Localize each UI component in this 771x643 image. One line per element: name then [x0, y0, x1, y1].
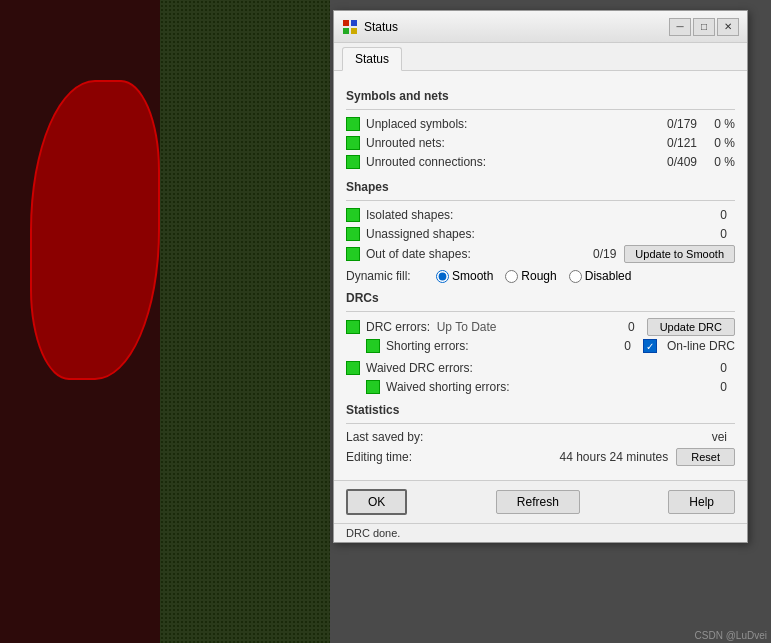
waived-shorting-value: 0 — [677, 380, 727, 394]
refresh-button[interactable]: Refresh — [496, 490, 580, 514]
waived-drc-label: Waived DRC errors: — [366, 361, 677, 375]
isolated-shapes-label: Isolated shapes: — [366, 208, 677, 222]
unassigned-shapes-row: Unassigned shapes: 0 — [346, 226, 735, 242]
drc-errors-row: DRC errors: Up To Date 0 Update DRC — [346, 318, 735, 336]
unrouted-connections-row: Unrouted connections: 0/409 0 % — [346, 154, 735, 170]
unrouted-nets-value: 0/121 — [647, 136, 697, 150]
isolated-shapes-value: 0 — [677, 208, 727, 222]
last-saved-label: Last saved by: — [346, 430, 466, 444]
shorting-errors-label: Shorting errors: — [386, 339, 581, 353]
dynamic-fill-label: Dynamic fill: — [346, 269, 436, 283]
last-saved-value: vei — [466, 430, 727, 444]
last-saved-row: Last saved by: vei — [346, 430, 735, 444]
maximize-button[interactable]: □ — [693, 18, 715, 36]
svg-rect-2 — [343, 28, 349, 34]
out-of-date-value: 0/19 — [576, 247, 616, 261]
drc-errors-indicator — [346, 320, 360, 334]
unrouted-connections-percent: 0 % — [705, 155, 735, 169]
footer: OK Refresh Help — [334, 480, 747, 523]
unrouted-connections-label: Unrouted connections: — [366, 155, 647, 169]
svg-rect-0 — [343, 20, 349, 26]
editing-time-label: Editing time: — [346, 450, 466, 464]
canvas-green — [160, 0, 330, 643]
shorting-errors-row: Shorting errors: 0 ✓ On-line DRC — [366, 339, 735, 353]
app-icon — [342, 19, 358, 35]
radio-disabled[interactable]: Disabled — [569, 269, 632, 283]
radio-disabled-label: Disabled — [585, 269, 632, 283]
out-of-date-label: Out of date shapes: — [366, 247, 576, 261]
tab-bar: Status — [334, 43, 747, 71]
out-of-date-indicator — [346, 247, 360, 261]
unplaced-symbols-label: Unplaced symbols: — [366, 117, 647, 131]
dynamic-fill-row: Dynamic fill: Smooth Rough Disabled — [346, 269, 735, 283]
title-bar: Status ─ □ ✕ — [334, 11, 747, 43]
update-to-smooth-button[interactable]: Update to Smooth — [624, 245, 735, 263]
tab-status[interactable]: Status — [342, 47, 402, 71]
ok-button[interactable]: OK — [346, 489, 407, 515]
divider-3 — [346, 311, 735, 312]
waived-drc-row: Waived DRC errors: 0 — [346, 360, 735, 376]
online-drc-checkbox-group: ✓ On-line DRC — [643, 339, 735, 353]
waived-drc-value: 0 — [677, 361, 727, 375]
online-drc-label: On-line DRC — [667, 339, 735, 353]
window-title: Status — [364, 20, 669, 34]
status-dialog: Status ─ □ ✕ Status Symbols and nets Unp… — [333, 10, 748, 543]
unrouted-nets-indicator — [346, 136, 360, 150]
drc-errors-label: DRC errors: Up To Date — [366, 320, 605, 334]
shorting-errors-indicator — [366, 339, 380, 353]
radio-smooth-label: Smooth — [452, 269, 493, 283]
svg-rect-1 — [351, 20, 357, 26]
drcs-title: DRCs — [346, 291, 735, 305]
divider-1 — [346, 109, 735, 110]
waived-shorting-label: Waived shorting errors: — [386, 380, 677, 394]
isolated-shapes-row: Isolated shapes: 0 — [346, 207, 735, 223]
radio-smooth-input[interactable] — [436, 270, 449, 283]
status-bar: DRC done. — [334, 523, 747, 542]
content-area: Symbols and nets Unplaced symbols: 0/179… — [334, 71, 747, 480]
unassigned-shapes-value: 0 — [677, 227, 727, 241]
status-bar-text: DRC done. — [346, 527, 400, 539]
unrouted-connections-value: 0/409 — [647, 155, 697, 169]
radio-disabled-input[interactable] — [569, 270, 582, 283]
reset-button[interactable]: Reset — [676, 448, 735, 466]
dynamic-fill-options: Smooth Rough Disabled — [436, 269, 631, 283]
out-of-date-row: Out of date shapes: 0/19 Update to Smoot… — [346, 245, 735, 263]
minimize-button[interactable]: ─ — [669, 18, 691, 36]
svg-rect-3 — [351, 28, 357, 34]
help-button[interactable]: Help — [668, 490, 735, 514]
shorting-errors-value: 0 — [581, 339, 631, 353]
waived-drc-indicator — [346, 361, 360, 375]
unrouted-nets-percent: 0 % — [705, 136, 735, 150]
drc-errors-value: 0 — [605, 320, 635, 334]
shapes-title: Shapes — [346, 180, 735, 194]
unplaced-symbols-value: 0/179 — [647, 117, 697, 131]
window-controls: ─ □ ✕ — [669, 18, 739, 36]
editing-time-row: Editing time: 44 hours 24 minutes Reset — [346, 448, 735, 466]
unplaced-symbols-indicator — [346, 117, 360, 131]
close-button[interactable]: ✕ — [717, 18, 739, 36]
editing-time-value: 44 hours 24 minutes — [466, 450, 668, 464]
symbols-nets-title: Symbols and nets — [346, 89, 735, 103]
watermark: CSDN @LuDvei — [695, 630, 767, 641]
radio-rough[interactable]: Rough — [505, 269, 556, 283]
unplaced-symbols-row: Unplaced symbols: 0/179 0 % — [346, 116, 735, 132]
isolated-shapes-indicator — [346, 208, 360, 222]
divider-4 — [346, 423, 735, 424]
unplaced-symbols-percent: 0 % — [705, 117, 735, 131]
unassigned-shapes-label: Unassigned shapes: — [366, 227, 677, 241]
radio-rough-label: Rough — [521, 269, 556, 283]
waived-shorting-indicator — [366, 380, 380, 394]
radio-smooth[interactable]: Smooth — [436, 269, 493, 283]
unrouted-nets-row: Unrouted nets: 0/121 0 % — [346, 135, 735, 151]
waived-shorting-row: Waived shorting errors: 0 — [366, 379, 735, 395]
divider-2 — [346, 200, 735, 201]
online-drc-checkbox[interactable]: ✓ — [643, 339, 657, 353]
unrouted-connections-indicator — [346, 155, 360, 169]
unrouted-nets-label: Unrouted nets: — [366, 136, 647, 150]
update-drc-button[interactable]: Update DRC — [647, 318, 735, 336]
statistics-title: Statistics — [346, 403, 735, 417]
radio-rough-input[interactable] — [505, 270, 518, 283]
unassigned-shapes-indicator — [346, 227, 360, 241]
canvas-shape — [30, 80, 160, 380]
